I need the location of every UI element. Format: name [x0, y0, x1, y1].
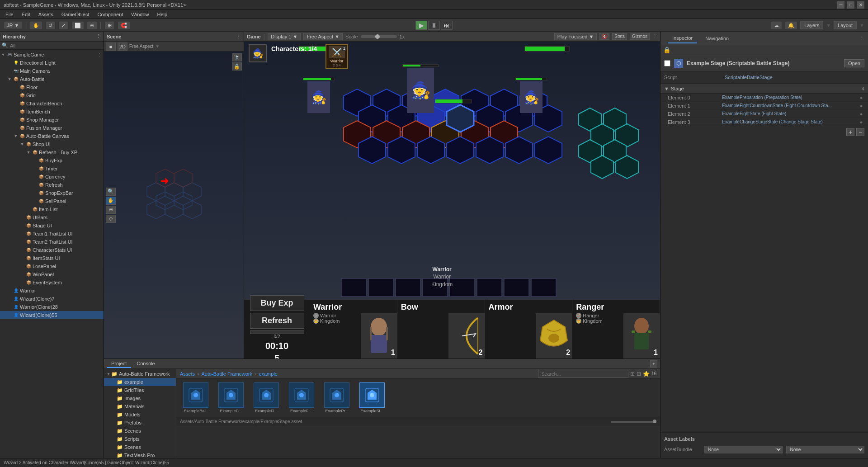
project-tree-item-auto-battle[interactable]: ▼ 📁 Auto-Battle Framework	[104, 370, 176, 378]
hierarchy-item-refresh-buy-xp[interactable]: ▼ 📦 Refresh - Buy XP	[0, 148, 104, 156]
hierarchy-item-auto-battle[interactable]: ▼ 📦 Auto-Battle	[0, 75, 104, 83]
project-tree-item-prefabs[interactable]: 📁 Prefabs	[104, 419, 176, 427]
rect-tool[interactable]: ⬜	[71, 21, 84, 29]
hierarchy-item-auto-battle-canvas[interactable]: ▼ 📦 Auto-Battle Canvas	[0, 132, 104, 140]
hierarchy-item-item-list[interactable]: 📦 Item List	[0, 205, 104, 213]
project-tree-item-gridtiles[interactable]: 📁 GridTiles	[104, 386, 176, 394]
game-menu[interactable]: ⋮	[652, 33, 657, 39]
console-tab[interactable]: Console	[132, 360, 159, 368]
asset-item-5[interactable]: ExampleSt...	[356, 382, 388, 413]
hierarchy-item-wizard-clone7[interactable]: 👤 Wizard(Clone)7	[0, 295, 104, 303]
menu-gameobject[interactable]: GameObject	[58, 11, 93, 18]
rotate-tool[interactable]: ↺	[45, 21, 56, 29]
shop-item-bow[interactable]: Bow 2	[397, 300, 485, 359]
transform-tool[interactable]: ⊕	[87, 21, 97, 29]
asset-item-3[interactable]: ExampleFi...	[286, 382, 317, 413]
hierarchy-item-floor[interactable]: 📦 Floor	[0, 83, 104, 91]
hierarchy-item-shop-ui[interactable]: ▼ 📦 Shop UI	[0, 140, 104, 148]
asset-item-1[interactable]: ExampleC...	[215, 382, 247, 413]
hierarchy-item-winpanel[interactable]: 📦 WinPanel	[0, 270, 104, 278]
navigation-tab[interactable]: Navigation	[701, 34, 733, 43]
hierarchy-item-characterstats-ui[interactable]: 📦 CharacterStats UI	[0, 246, 104, 254]
hierarchy-item-eventsystem[interactable]: 📦 EventSystem	[0, 278, 104, 287]
play-button[interactable]: ▶	[415, 21, 427, 30]
asset-size-slider[interactable]	[611, 421, 656, 423]
hierarchy-item-samplegame[interactable]: ▼ 🎮 SampleGame ⋮	[0, 51, 104, 59]
hierarchy-item-itembench[interactable]: 📦 ItemBench	[0, 108, 104, 116]
hierarchy-tab[interactable]: Hierarchy	[3, 34, 26, 39]
hierarchy-item-main-camera[interactable]: 📷 Main Camera	[0, 67, 104, 75]
asset-search-input[interactable]	[538, 370, 628, 378]
hierarchy-item-wizard-clone55[interactable]: 👤 Wizard(Clone)55	[0, 311, 104, 319]
move-tool[interactable]: ✋	[30, 21, 42, 29]
shop-item-warrior[interactable]: Warrior ⚔ Warrior 👑 Kingdom	[310, 300, 397, 359]
asset-icon-favorite[interactable]: ⭐	[643, 371, 650, 377]
hierarchy-item-characterbench[interactable]: 📦 CharacterBench	[0, 99, 104, 108]
shop-item-ranger[interactable]: Ranger 🏹 Ranger 👑 Kingdom	[572, 300, 660, 359]
buy-exp-button[interactable]: Buy Exp	[250, 295, 304, 311]
hierarchy-item-stage-ui[interactable]: 📦 Stage UI	[0, 222, 104, 230]
hierarchy-menu-icon[interactable]: ⋮	[96, 33, 101, 39]
game-tab[interactable]: Game	[247, 34, 261, 39]
minimize-button[interactable]: ─	[837, 1, 844, 9]
add-element-button[interactable]: +	[846, 128, 854, 136]
asset-icon-small[interactable]: ⊞	[630, 371, 635, 377]
cloud-button[interactable]: 🔔	[785, 21, 797, 29]
asset-item-0[interactable]: ExampleBa...	[180, 382, 212, 413]
hierarchy-item-directional-light[interactable]: 💡 Directional Light	[0, 59, 104, 67]
pause-button[interactable]: ⏸	[428, 21, 440, 30]
menu-edit[interactable]: Edit	[18, 11, 34, 18]
breadcrumb-framework[interactable]: Auto-Battle Framework	[201, 371, 252, 377]
scene-menu[interactable]: ⋮	[236, 34, 241, 39]
menu-file[interactable]: File	[2, 11, 17, 18]
scale-tool[interactable]: ⤢	[58, 21, 69, 29]
gizmos-button[interactable]: Gizmos	[630, 33, 650, 40]
menu-component[interactable]: Component	[94, 11, 127, 18]
hierarchy-item-grid[interactable]: 📦 Grid	[0, 91, 104, 99]
project-tab[interactable]: Project	[107, 360, 131, 368]
hierarchy-item-refresh[interactable]: 📦 Refresh	[0, 181, 104, 189]
menu-help[interactable]: Help	[153, 11, 171, 18]
scene-navigate-btn[interactable]: 🔭	[232, 53, 242, 61]
breadcrumb-assets[interactable]: Assets	[180, 371, 195, 377]
scene-iso-btn[interactable]: ◇	[106, 215, 116, 223]
snap-tool[interactable]: 🧲	[118, 21, 130, 29]
scene-view[interactable]: 🔭 🔒 🔍 ✋ ⊕ ◇ ➜	[104, 52, 244, 359]
inspector-tab[interactable]: Inspector	[668, 33, 697, 43]
hierarchy-item-ulbars[interactable]: 📦 UlBars	[0, 213, 104, 222]
grid-tool[interactable]: ⊞	[104, 21, 115, 29]
scene-pivot-btn[interactable]: ⊕	[106, 206, 116, 214]
project-tree-item-materials[interactable]: 📁 Materials	[104, 402, 176, 410]
display-dropdown[interactable]: Display 1 ▼	[268, 33, 301, 40]
aspect-dropdown[interactable]: Free Aspect ▼	[303, 33, 343, 40]
project-tree-item-textmeshpro[interactable]: 📁 TextMesh Pro	[104, 451, 176, 458]
hierarchy-item-team1-traitlist[interactable]: 📦 Team1 TraitList UI	[0, 230, 104, 238]
hierarchy-item-warrior-clone28[interactable]: 👤 Warrior(Clone)28	[0, 303, 104, 311]
layers-button[interactable]: Layers	[800, 21, 823, 29]
game-view[interactable]: 🧙 Characters: 1/4 ⚔️ Warrior 234 1	[244, 42, 660, 359]
asset-icon-large[interactable]: ⊟	[637, 371, 641, 377]
hierarchy-item-itemstats-ui[interactable]: 📦 ItemStats UI	[0, 254, 104, 262]
hierarchy-item-currency[interactable]: 📦 Currency	[0, 173, 104, 181]
hierarchy-item-shopexpbar[interactable]: 📦 ShopExpBar	[0, 189, 104, 197]
hierarchy-item-shop-manager[interactable]: 📦 Shop Manager	[0, 116, 104, 124]
scene-tab[interactable]: Scene	[107, 34, 121, 39]
project-add-btn[interactable]: +	[650, 360, 657, 368]
remove-element-button[interactable]: −	[856, 128, 864, 136]
step-button[interactable]: ⏭	[441, 21, 453, 30]
collab-button[interactable]: ☁	[771, 21, 782, 29]
close-button[interactable]: ✕	[857, 1, 864, 9]
project-tree-item-scripts[interactable]: 📁 Scripts	[104, 435, 176, 443]
asset-bundle-select-2[interactable]: None	[786, 446, 865, 453]
hierarchy-item-losepanel[interactable]: 📦 LosePanel	[0, 262, 104, 270]
hierarchy-item-fusion-manager[interactable]: 📦 Fusion Manager	[0, 124, 104, 132]
scene-lock-btn[interactable]: 🔒	[232, 62, 242, 71]
menu-window[interactable]: Window	[127, 11, 152, 18]
scene-zoom-btn[interactable]: 🔍	[106, 188, 116, 196]
hierarchy-item-sellpanel[interactable]: 📦 SellPanel	[0, 197, 104, 205]
hierarchy-item-timer[interactable]: 📦 Timer	[0, 165, 104, 173]
project-tree-item-example[interactable]: 📁 example	[104, 378, 176, 386]
project-tree-item-images[interactable]: 📁 Images	[104, 394, 176, 402]
project-tree-item-scenes[interactable]: 📁 Scenes	[104, 427, 176, 435]
hierarchy-item-warrior[interactable]: 👤 Warrior	[0, 287, 104, 295]
